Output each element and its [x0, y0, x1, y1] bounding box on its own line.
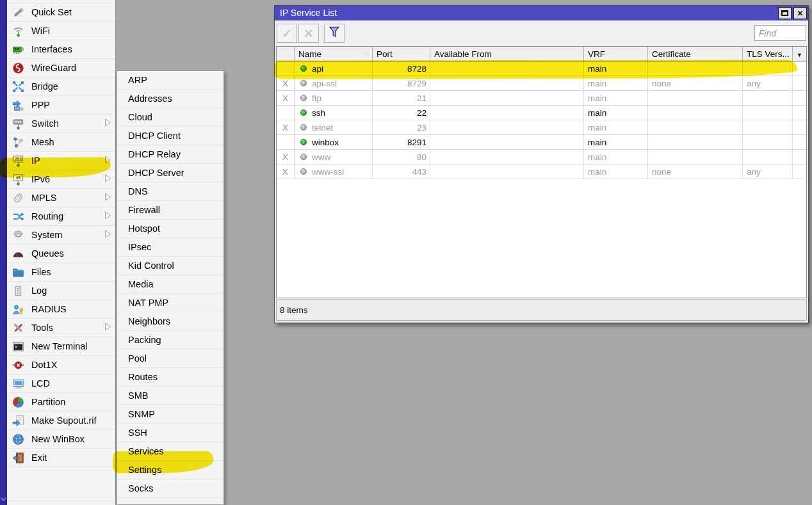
- submenu-item-pool[interactable]: Pool: [117, 349, 223, 368]
- submenu-item-addresses[interactable]: Addresses: [117, 90, 223, 108]
- submenu-item-nat-pmp[interactable]: NAT PMP: [117, 294, 223, 312]
- submenu-item-settings[interactable]: Settings: [117, 461, 223, 479]
- sidebar-item-ipv6[interactable]: v6IPv6: [7, 170, 115, 189]
- tools-icon: [12, 321, 25, 334]
- sidebar-item-files[interactable]: Files: [7, 263, 115, 282]
- service-name: telnet: [312, 123, 333, 132]
- submenu-item-snmp[interactable]: SNMP: [117, 405, 223, 424]
- sidebar-item-ip[interactable]: 255IP: [7, 152, 115, 170]
- submenu-item-packing[interactable]: Packing: [117, 331, 223, 349]
- sidebar-item-label: IP: [31, 156, 40, 166]
- port-cell: 21: [373, 91, 430, 105]
- sidebar-item-queues[interactable]: Queues: [7, 244, 115, 263]
- lcd-icon: [12, 377, 25, 390]
- sidebar-item-label: Log: [31, 285, 47, 296]
- sidebar-item-mpls[interactable]: MPLS: [7, 189, 115, 207]
- column-header-name[interactable]: Name△: [295, 47, 373, 61]
- submenu-arrow-icon: [104, 192, 111, 204]
- sidebar-item-wireguard[interactable]: WireGuard: [7, 59, 115, 77]
- sidebar-item-new-terminal[interactable]: New Terminal: [7, 337, 115, 356]
- submenu-item-socks[interactable]: Socks: [117, 479, 223, 498]
- available-from-cell: [430, 106, 584, 120]
- submenu-item-dhcp-client[interactable]: DHCP Client: [117, 127, 223, 145]
- sidebar-item-log[interactable]: Log: [7, 282, 115, 300]
- sidebar-item-label: IPv6: [31, 174, 50, 184]
- service-name: ssh: [312, 108, 325, 118]
- service-row-ssh[interactable]: ssh22main: [277, 106, 806, 120]
- sidebar-item-partition[interactable]: Partition: [7, 393, 115, 412]
- port-cell: 8729: [373, 76, 430, 90]
- column-header-flags[interactable]: [277, 47, 295, 61]
- column-header-available-from[interactable]: Available From: [430, 47, 584, 61]
- service-row-ftp[interactable]: Xftp21main: [277, 91, 806, 106]
- scroll-down-chevron-icon[interactable]: [1, 493, 6, 504]
- tls-version-cell: [743, 120, 793, 134]
- submenu-item-neighbors[interactable]: Neighbors: [117, 312, 223, 331]
- sidebar-item-new-winbox[interactable]: New WinBox: [7, 430, 115, 449]
- tls-version-cell: [743, 150, 793, 164]
- submenu-item-dhcp-relay[interactable]: DHCP Relay: [117, 145, 223, 164]
- column-header-port[interactable]: Port: [373, 47, 430, 61]
- sidebar-item-lcd[interactable]: LCD: [7, 374, 115, 393]
- interfaces-icon: [12, 43, 25, 56]
- row-filler: [793, 164, 806, 179]
- service-name-cell: api: [295, 61, 373, 76]
- service-row-winbox[interactable]: winbox8291main: [277, 135, 806, 150]
- sidebar-item-dot1x[interactable]: Dot1X: [7, 356, 115, 374]
- sidebar-item-bridge[interactable]: Bridge: [7, 77, 115, 96]
- service-row-www-ssl[interactable]: Xwww-ssl443mainnoneany: [277, 164, 806, 179]
- column-header-certificate[interactable]: Certificate: [648, 47, 743, 61]
- window-title: IP Service List: [280, 8, 337, 18]
- bridge-icon: [12, 80, 25, 93]
- port-cell: 22: [373, 106, 430, 120]
- wireguard-icon: [12, 61, 25, 74]
- sidebar-item-quick-set[interactable]: Quick Set: [7, 3, 115, 22]
- sidebar-bottom-separator: [8, 501, 114, 501]
- sidebar-item-switch[interactable]: Switch: [7, 115, 115, 133]
- disabled-flag: X: [277, 91, 295, 105]
- row-filler: [793, 135, 806, 149]
- submenu-item-smb[interactable]: SMB: [117, 387, 223, 405]
- submenu-item-cloud[interactable]: Cloud: [117, 108, 223, 127]
- service-row-telnet[interactable]: Xtelnet23main: [277, 120, 806, 135]
- submenu-item-media[interactable]: Media: [117, 275, 223, 294]
- port-cell: 80: [373, 150, 430, 164]
- submenu-item-hotspot[interactable]: Hotspot: [117, 220, 223, 238]
- sidebar-item-make-supout-rif[interactable]: Make Supout.rif: [7, 412, 115, 430]
- submenu-item-dns[interactable]: DNS: [117, 182, 223, 201]
- submenu-item-ssh[interactable]: SSH: [117, 424, 223, 442]
- filter-button[interactable]: [324, 24, 345, 43]
- sidebar-item-system[interactable]: System: [7, 226, 115, 244]
- sidebar-item-radius[interactable]: RADIUS: [7, 300, 115, 319]
- enable-button[interactable]: ✓: [277, 24, 297, 43]
- sidebar-item-ppp[interactable]: PPP: [7, 96, 115, 115]
- sidebar-item-wifi[interactable]: WiFi: [7, 22, 115, 40]
- ipv6-icon: v6: [12, 173, 25, 186]
- service-row-api-ssl[interactable]: Xapi-ssl8729mainnoneany: [277, 76, 806, 91]
- sidebar-item-mesh[interactable]: Mesh: [7, 133, 115, 152]
- submenu-item-kid-control[interactable]: Kid Control: [117, 257, 223, 275]
- vrf-cell: main: [584, 164, 648, 179]
- sidebar-item-routing[interactable]: Routing: [7, 207, 115, 226]
- find-input[interactable]: [754, 25, 806, 41]
- submenu-item-services[interactable]: Services: [117, 442, 223, 461]
- submenu-item-dhcp-server[interactable]: DHCP Server: [117, 164, 223, 182]
- table-header-row: Name△PortAvailable FromVRFCertificateTLS…: [277, 47, 806, 61]
- service-row-api[interactable]: api8728main: [277, 61, 806, 76]
- sidebar-item-exit[interactable]: Exit: [7, 449, 115, 467]
- submenu-item-firewall[interactable]: Firewall: [117, 201, 223, 220]
- maximize-button[interactable]: [778, 7, 792, 19]
- sidebar-item-interfaces[interactable]: Interfaces: [7, 40, 115, 59]
- column-header-tls-vers[interactable]: TLS Vers...: [743, 47, 793, 61]
- disable-button[interactable]: ✕: [298, 24, 319, 43]
- submenu-item-arp[interactable]: ARP: [117, 71, 223, 90]
- sidebar-item-tools[interactable]: Tools: [7, 319, 115, 337]
- submenu-item-routes[interactable]: Routes: [117, 368, 223, 387]
- submenu-item-ipsec[interactable]: IPsec: [117, 238, 223, 257]
- column-options-button[interactable]: [793, 47, 806, 61]
- column-header-vrf[interactable]: VRF: [584, 47, 648, 61]
- dot1x-icon: [12, 358, 25, 371]
- window-titlebar[interactable]: IP Service List: [275, 6, 808, 20]
- close-button[interactable]: [793, 7, 807, 19]
- service-row-www[interactable]: Xwww80main: [277, 150, 806, 164]
